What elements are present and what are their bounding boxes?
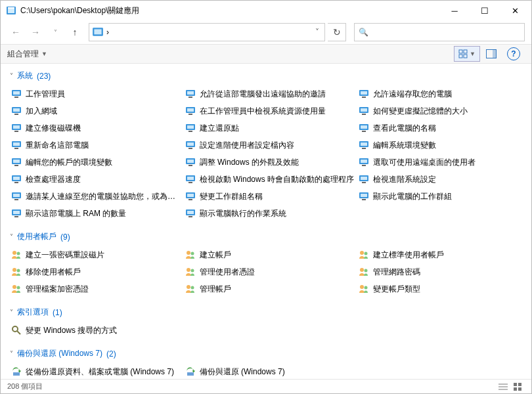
svg-rect-72 — [361, 194, 367, 197]
group-count: (9) — [60, 232, 70, 242]
svg-rect-63 — [361, 177, 367, 180]
list-item[interactable]: 查看此電腦的名稱 — [357, 120, 531, 137]
item-label: 建立修復磁碟機 — [26, 123, 81, 134]
list-item[interactable]: 檢視進階系統設定 — [357, 171, 531, 188]
item-label: 建立標準使用者帳戶 — [373, 250, 444, 261]
list-item[interactable]: 移除使用者帳戶 — [10, 263, 184, 280]
monitor-icon — [11, 191, 22, 202]
view-large-icons-button[interactable]: ▼ — [454, 46, 480, 62]
svg-point-91 — [365, 269, 368, 273]
address-bar[interactable]: › ˅ — [89, 23, 325, 41]
list-item[interactable]: 變更工作群組名稱 — [184, 188, 358, 205]
list-item[interactable]: 選取可使用遠端桌面的使用者 — [357, 154, 531, 171]
monitor-icon — [11, 157, 22, 167]
list-item[interactable]: 編輯系統環境變數 — [357, 137, 531, 154]
svg-rect-6 — [464, 50, 467, 53]
group-title: 備份與還原 (Windows 7) — [17, 348, 102, 359]
recent-dropdown[interactable]: ˅ — [47, 24, 64, 41]
list-item[interactable]: 管理網路密碼 — [357, 263, 531, 280]
list-item[interactable]: 允許從這部電腦發出遠端協助的邀請 — [184, 85, 358, 102]
back-button[interactable]: ← — [7, 24, 24, 41]
monitor-icon — [11, 140, 22, 150]
refresh-button[interactable]: ↻ — [328, 23, 346, 41]
svg-rect-42 — [187, 142, 194, 146]
details-view-button[interactable] — [496, 380, 510, 393]
list-item[interactable]: 建立一張密碼重設磁片 — [10, 246, 184, 263]
list-item[interactable]: 變更帳戶類型 — [357, 280, 531, 297]
list-item[interactable]: 在工作管理員中檢視系統資源使用量 — [184, 102, 358, 120]
list-item[interactable]: 建立標準使用者帳戶 — [357, 246, 531, 263]
list-item[interactable]: 備份與還原 (Windows 7) — [184, 363, 358, 379]
content-area: ˅系統 (23)工作管理員允許從這部電腦發出遠端協助的邀請允許遠端存取您的電腦加… — [1, 64, 531, 379]
breadcrumb[interactable]: › — [106, 28, 109, 37]
list-item[interactable]: 編輯您的帳戶的環境變數 — [10, 154, 184, 171]
list-item[interactable]: 重新命名這部電腦 — [10, 137, 184, 154]
users-icon — [11, 250, 22, 260]
svg-rect-51 — [187, 160, 194, 163]
svg-rect-76 — [14, 216, 18, 217]
group-header[interactable]: ˅系統 (23) — [5, 68, 531, 84]
svg-rect-117 — [514, 383, 517, 386]
search-input[interactable]: 🔍 — [354, 23, 525, 41]
group: ˅系統 (23)工作管理員允許從這部電腦發出遠端協助的邀請允許遠端存取您的電腦加… — [5, 68, 531, 223]
list-item[interactable]: 允許遠端存取您的電腦 — [357, 85, 531, 102]
list-item[interactable]: 檢視啟動 Windows 時會自動啟動的處理程序 — [184, 171, 358, 188]
item-label: 顯示電腦執行的作業系統 — [200, 208, 286, 219]
item-label: 編輯系統環境變數 — [373, 140, 436, 151]
monitor-icon — [11, 123, 22, 133]
statusbar: 208 個項目 — [1, 379, 531, 393]
list-item[interactable]: 顯示電腦執行的作業系統 — [184, 205, 358, 222]
list-item[interactable]: 變更 Windows 搜尋的方式 — [10, 322, 184, 339]
svg-rect-28 — [362, 114, 366, 115]
svg-point-98 — [12, 326, 18, 332]
item-label: 管理網路密碼 — [373, 267, 420, 278]
close-button[interactable]: ✕ — [500, 1, 530, 20]
item-label: 管理檔案加密憑證 — [26, 284, 89, 295]
group-header[interactable]: ˅使用者帳戶 (9) — [5, 229, 531, 245]
list-item[interactable]: 顯示這部電腦上 RAM 的數量 — [10, 205, 184, 222]
list-item[interactable]: 管理帳戶 — [184, 280, 358, 297]
list-item[interactable]: 管理檔案加密憑證 — [10, 280, 184, 297]
organize-menu[interactable]: 組合管理 ▼ — [7, 49, 47, 60]
list-item[interactable]: 顯示此電腦的工作群組 — [357, 188, 531, 205]
list-item[interactable]: 加入網域 — [10, 102, 184, 120]
list-item[interactable]: 工作管理員 — [10, 85, 184, 102]
svg-point-97 — [365, 286, 368, 290]
svg-rect-2 — [8, 7, 14, 9]
group-count: (1) — [53, 308, 62, 317]
monitor-icon — [185, 106, 196, 116]
svg-point-80 — [12, 251, 16, 255]
list-item[interactable]: 從備份還原資料、檔案或電腦 (Windows 7) — [10, 363, 184, 379]
svg-point-89 — [190, 269, 194, 273]
up-button[interactable]: ↑ — [66, 24, 83, 41]
preview-pane-button[interactable] — [481, 46, 501, 62]
item-label: 設定進階使用者設定檔內容 — [200, 140, 294, 151]
svg-rect-101 — [187, 372, 194, 376]
list-item[interactable]: 如何變更虛擬記憶體的大小 — [357, 102, 531, 120]
caret-down-icon: ˅ — [10, 350, 13, 357]
list-item[interactable]: 建立修復磁碟機 — [10, 120, 184, 137]
group-body: 變更 Windows 搜尋的方式 — [5, 320, 531, 340]
titlebar: C:\Users\pokan\Desktop\關鍵應用 ─ ☐ ✕ — [1, 1, 531, 20]
list-item[interactable]: 建立還原點 — [184, 120, 358, 137]
users-icon — [359, 284, 369, 294]
group-count: (23) — [37, 72, 51, 81]
address-dropdown[interactable]: ˅ — [313, 28, 322, 37]
group-header[interactable]: ˅備份與還原 (Windows 7) (2) — [5, 345, 531, 362]
list-item[interactable]: 邀請某人連線至您的電腦並協助您，或為他人... — [10, 188, 184, 205]
minimize-button[interactable]: ─ — [439, 1, 470, 20]
svg-rect-70 — [188, 199, 192, 200]
help-button[interactable]: ? — [502, 46, 525, 62]
list-item[interactable]: 調整 Windows 的外觀及效能 — [184, 154, 358, 171]
item-label: 重新命名這部電腦 — [26, 140, 89, 151]
forward-button[interactable]: → — [27, 24, 44, 41]
maximize-button[interactable]: ☐ — [470, 1, 500, 20]
large-icons-view-button[interactable] — [510, 380, 525, 393]
index-icon — [11, 325, 22, 336]
list-item[interactable]: 設定進階使用者設定檔內容 — [184, 137, 358, 154]
group-header[interactable]: ˅索引選項 (1) — [5, 304, 531, 320]
svg-rect-21 — [13, 108, 20, 112]
list-item[interactable]: 建立帳戶 — [184, 246, 358, 263]
list-item[interactable]: 檢查處理器速度 — [10, 171, 184, 188]
list-item[interactable]: 管理使用者憑證 — [184, 263, 358, 280]
